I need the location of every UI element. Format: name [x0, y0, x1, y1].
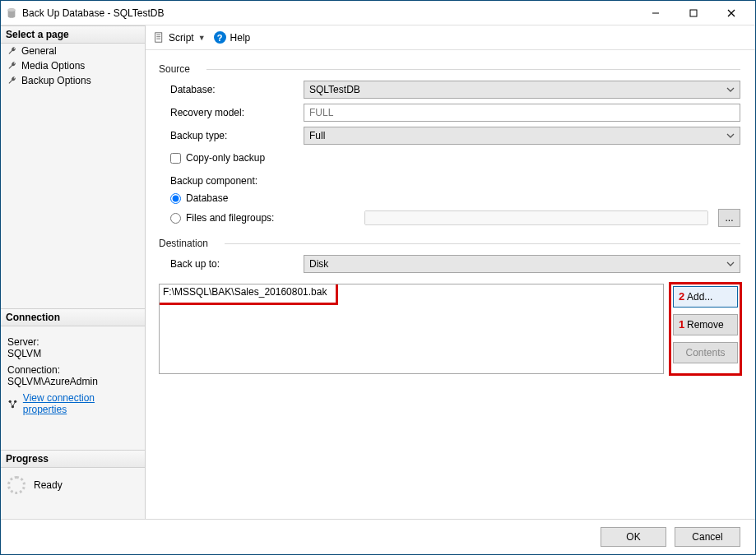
sidebar: Select a page General Media Options Back…: [1, 25, 146, 519]
backup-component-label: Backup component:: [159, 169, 740, 190]
svg-point-1: [8, 8, 16, 12]
dialog-footer: OK Cancel: [1, 519, 755, 553]
backup-type-select[interactable]: Full: [304, 127, 740, 145]
help-icon: ?: [214, 31, 226, 44]
remove-button[interactable]: 1 Remove: [673, 314, 738, 335]
add-button[interactable]: 2 Add...: [673, 286, 738, 308]
source-section: Source Database: SQLTestDB Recovery mode…: [159, 60, 740, 229]
server-value: SQLVM: [7, 348, 140, 359]
destination-list[interactable]: F:\MSSQL\BAK\Sales_20160801.bak: [159, 284, 664, 374]
connection-body: Server: SQLVM Connection: SQLVM\AzureAdm…: [1, 326, 145, 417]
filegroups-input: [364, 210, 708, 225]
destination-legend: Destination: [159, 234, 740, 252]
select-page-header: Select a page: [1, 25, 145, 44]
filegroups-browse-button[interactable]: ...: [718, 209, 740, 227]
help-button[interactable]: ? Help: [214, 31, 251, 44]
contents-button: Contents: [673, 342, 738, 363]
radio-filegroups[interactable]: [170, 213, 181, 224]
recovery-model-value: [304, 104, 740, 122]
connection-label: Connection:: [7, 364, 140, 376]
connection-header: Connection: [1, 308, 145, 326]
annotation-step-2: 2: [679, 290, 684, 303]
chevron-down-icon: ▼: [198, 34, 206, 42]
script-label: Script: [169, 32, 194, 44]
titlebar: Back Up Database - SQLTestDB: [1, 1, 755, 25]
view-connection-properties-link[interactable]: View connection properties: [23, 392, 140, 415]
cancel-button[interactable]: Cancel: [675, 527, 740, 547]
close-button[interactable]: [712, 2, 750, 25]
radio-database[interactable]: [170, 193, 181, 204]
server-label: Server:: [7, 336, 140, 348]
progress-status: Ready: [34, 479, 63, 491]
progress-header: Progress: [1, 450, 145, 468]
source-legend: Source: [159, 60, 740, 78]
backup-type-label: Backup type:: [159, 130, 304, 141]
svg-rect-3: [690, 10, 697, 16]
help-label: Help: [230, 32, 251, 44]
backup-to-select[interactable]: Disk: [304, 255, 740, 273]
sidebar-item-label: Backup Options: [21, 75, 91, 86]
backup-to-label: Back up to:: [159, 258, 304, 270]
database-label: Database:: [159, 84, 304, 95]
wrench-icon: [7, 76, 17, 86]
ok-button[interactable]: OK: [601, 527, 666, 547]
radio-filegroups-label: Files and filegroups:: [186, 212, 313, 224]
wrench-icon: [7, 61, 17, 71]
sidebar-item-backup-options[interactable]: Backup Options: [1, 73, 145, 88]
main-panel: Script ▼ ? Help Source Database: SQLTest…: [146, 25, 755, 519]
contents-button-label: Contents: [685, 347, 725, 358]
minimize-button[interactable]: [637, 2, 675, 25]
maximize-button[interactable]: [675, 2, 712, 25]
script-button[interactable]: Script ▼: [154, 32, 206, 44]
destination-buttons-group: 2 Add... 1 Remove Contents: [670, 284, 740, 374]
annotation-step-1: 1: [679, 318, 684, 331]
script-icon: [154, 32, 165, 43]
copy-only-label: Copy-only backup: [186, 152, 265, 164]
connection-value: SQLVM\AzureAdmin: [7, 376, 140, 387]
sidebar-item-media-options[interactable]: Media Options: [1, 58, 145, 73]
toolbar: Script ▼ ? Help: [146, 25, 755, 50]
remove-button-label: Remove: [687, 319, 724, 331]
sidebar-item-label: Media Options: [21, 60, 85, 72]
add-button-label: Add...: [687, 291, 712, 303]
ellipsis-label: ...: [725, 212, 733, 224]
destination-path-item[interactable]: F:\MSSQL\BAK\Sales_20160801.bak: [160, 284, 663, 299]
connection-properties-icon: [7, 399, 18, 409]
radio-database-label: Database: [186, 192, 228, 204]
database-icon: [6, 7, 17, 19]
copy-only-checkbox[interactable]: [170, 153, 181, 164]
destination-section: Destination Back up to: Disk F:\MSSQL\BA…: [159, 234, 740, 374]
wrench-icon: [7, 46, 17, 56]
database-select[interactable]: SQLTestDB: [304, 81, 740, 99]
recovery-model-label: Recovery model:: [159, 107, 304, 118]
sidebar-item-label: General: [21, 45, 57, 57]
progress-spinner-icon: [7, 476, 26, 494]
window-title: Back Up Database - SQLTestDB: [22, 7, 637, 19]
sidebar-item-general[interactable]: General: [1, 44, 145, 58]
svg-rect-9: [155, 33, 162, 42]
